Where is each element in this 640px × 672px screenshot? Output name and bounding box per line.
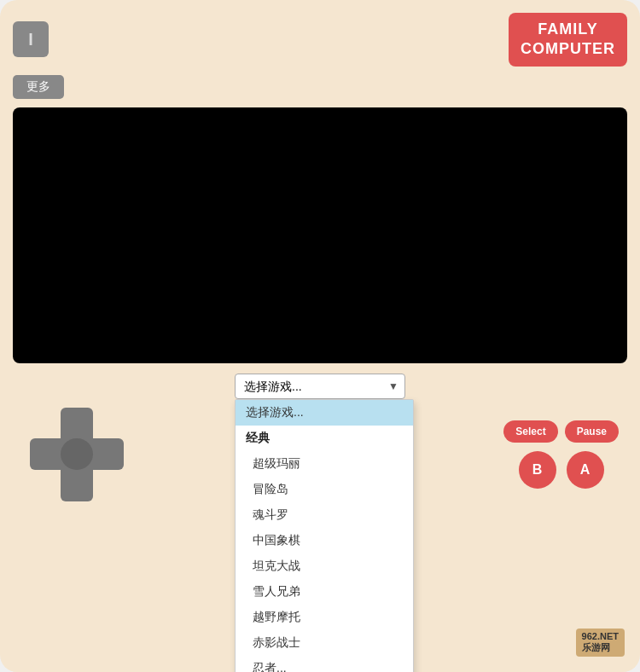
game-select[interactable]: 选择游戏...超级玛丽冒险岛魂斗罗中国象棋坦克大战雪人兄弟越野摩托赤影战士忍者.… [235, 374, 405, 399]
power-indicator-label: I [28, 30, 33, 49]
dpad[interactable] [30, 408, 124, 501]
dropdown-item[interactable]: 忍者... [236, 656, 413, 672]
game-screen [13, 107, 627, 363]
pause-button[interactable]: Pause [565, 420, 619, 443]
dropdown-item[interactable]: 超级玛丽 [236, 451, 413, 477]
dropdown-item[interactable]: 赤影战士 [236, 630, 413, 656]
brand-title: FAMILY COMPUTER [509, 13, 627, 67]
ab-buttons-row: B A [519, 451, 604, 489]
brand-line2: COMPUTER [521, 40, 615, 57]
game-select-wrapper: 选择游戏...超级玛丽冒险岛魂斗罗中国象棋坦克大战雪人兄弟越野摩托赤影战士忍者.… [235, 374, 405, 399]
dropdown-group-label: 经典 [236, 426, 413, 451]
dropdown-item[interactable]: 越野摩托 [236, 605, 413, 630]
brand-line1: FAMILY [538, 20, 597, 38]
a-button[interactable]: A [567, 451, 604, 489]
watermark: 962.NET乐游网 [576, 629, 625, 657]
dropdown-item[interactable]: 坦克大战 [236, 553, 413, 579]
right-controls: Select Pause B A [503, 420, 619, 489]
top-bar: I FAMILY COMPUTER [13, 13, 627, 67]
b-button[interactable]: B [519, 451, 556, 489]
select-pause-row: Select Pause [503, 420, 619, 443]
dropdown-item[interactable]: 冒险岛 [236, 477, 413, 502]
dropdown-item[interactable]: 中国象棋 [236, 528, 413, 553]
game-dropdown: 选择游戏... 经典 超级玛丽冒险岛魂斗罗中国象棋坦克大战雪人兄弟越野摩托赤影战… [235, 399, 414, 672]
select-button[interactable]: Select [503, 420, 557, 443]
more-button[interactable]: 更多 [13, 75, 64, 99]
dropdown-items-list: 超级玛丽冒险岛魂斗罗中国象棋坦克大战雪人兄弟越野摩托赤影战士忍者... [236, 451, 413, 672]
dropdown-item[interactable]: 雪人兄弟 [236, 579, 413, 605]
dpad-center [61, 438, 92, 470]
game-selector-row: 选择游戏...超级玛丽冒险岛魂斗罗中国象棋坦克大战雪人兄弟越野摩托赤影战士忍者.… [13, 374, 627, 399]
dropdown-selected[interactable]: 选择游戏... [236, 400, 413, 426]
console-body: I FAMILY COMPUTER 更多 选择游戏...超级玛丽冒险岛魂斗罗中国… [0, 0, 640, 672]
dropdown-item[interactable]: 魂斗罗 [236, 502, 413, 528]
power-indicator: I [13, 21, 49, 57]
